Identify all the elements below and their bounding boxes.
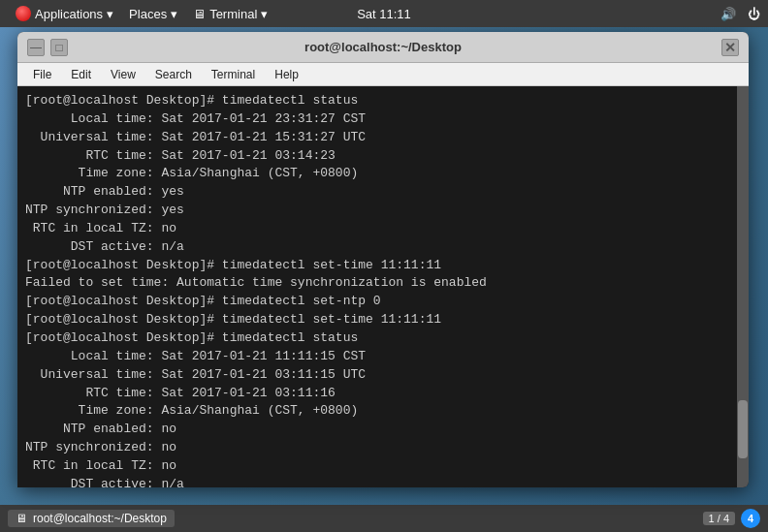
bottom-task-item[interactable]: 🖥 root@localhost:~/Desktop xyxy=(8,510,175,527)
taskbar-right: 🔊 ⏻ xyxy=(720,7,760,21)
taskbar-terminal[interactable]: 🖥 Terminal ▾ xyxy=(185,5,275,23)
scrollbar-track[interactable] xyxy=(737,86,749,487)
bottom-taskbar: 🖥 root@localhost:~/Desktop 1 / 4 4 xyxy=(0,505,768,532)
terminal-content[interactable]: [root@localhost Desktop]# timedatectl st… xyxy=(17,86,737,487)
volume-icon[interactable]: 🔊 xyxy=(720,7,736,21)
apple-icon xyxy=(16,6,31,21)
apps-label: Applications xyxy=(35,7,103,21)
terminal-window: — □ root@localhost:~/Desktop ✕ File Edit… xyxy=(17,32,749,487)
maximize-button[interactable]: □ xyxy=(50,39,68,56)
terminal-arrow: ▾ xyxy=(261,7,268,21)
menu-file[interactable]: File xyxy=(25,66,59,83)
desktop: — □ root@localhost:~/Desktop ✕ File Edit… xyxy=(0,27,768,505)
menu-edit[interactable]: Edit xyxy=(63,66,99,83)
menu-help[interactable]: Help xyxy=(267,66,306,83)
scrollbar-thumb[interactable] xyxy=(738,400,748,458)
taskbar-left: Applications ▾ Places ▾ 🖥 Terminal ▾ xyxy=(8,4,275,23)
menu-terminal[interactable]: Terminal xyxy=(204,66,263,83)
taskbar-center: Sat 11:11 xyxy=(357,7,411,21)
power-icon[interactable]: ⏻ xyxy=(748,7,760,21)
close-button[interactable]: ✕ xyxy=(721,39,739,56)
bottom-task-icon: 🖥 xyxy=(16,512,27,525)
taskbar-places[interactable]: Places ▾ xyxy=(121,5,185,23)
window-controls: — □ xyxy=(27,39,68,56)
menu-view[interactable]: View xyxy=(103,66,144,83)
terminal-label: Terminal xyxy=(209,7,257,21)
menu-search[interactable]: Search xyxy=(147,66,200,83)
terminal-text: [root@localhost Desktop]# timedatectl st… xyxy=(25,92,729,487)
bottom-task-label: root@localhost:~/Desktop xyxy=(33,512,167,525)
places-arrow: ▾ xyxy=(171,7,177,21)
notification-badge: 4 xyxy=(741,509,760,528)
window-title: root@localhost:~/Desktop xyxy=(304,40,462,54)
minimize-button[interactable]: — xyxy=(27,39,45,56)
bottom-right: 1 / 4 4 xyxy=(703,509,760,528)
page-indicator: 1 / 4 xyxy=(703,512,735,525)
window-menubar: File Edit View Search Terminal Help xyxy=(17,63,749,86)
terminal-icon: 🖥 xyxy=(193,7,206,21)
window-titlebar: — □ root@localhost:~/Desktop ✕ xyxy=(17,32,749,63)
apps-arrow: ▾ xyxy=(107,7,113,21)
places-label: Places xyxy=(129,7,167,21)
taskbar-apps[interactable]: Applications ▾ xyxy=(8,4,121,23)
taskbar-time: Sat 11:11 xyxy=(357,7,411,21)
top-taskbar: Applications ▾ Places ▾ 🖥 Terminal ▾ Sat… xyxy=(0,0,768,27)
terminal-wrapper: [root@localhost Desktop]# timedatectl st… xyxy=(17,86,749,487)
